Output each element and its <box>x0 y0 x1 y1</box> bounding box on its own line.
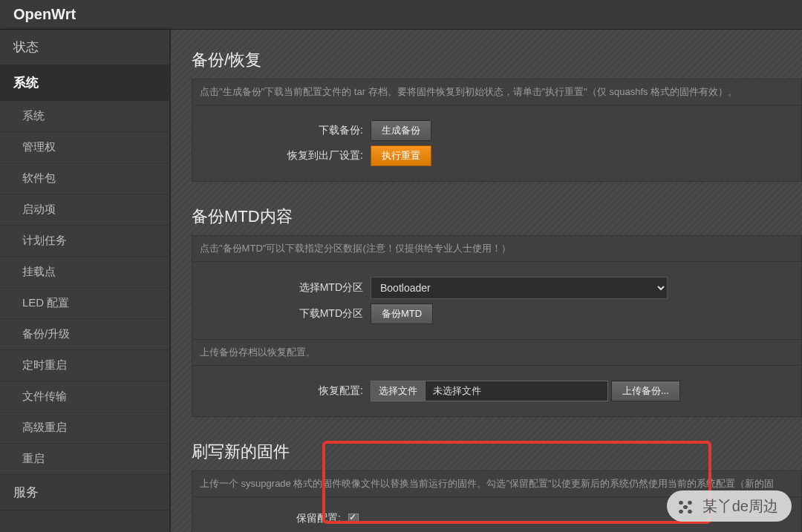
factory-reset-button[interactable]: 执行重置 <box>371 145 431 166</box>
nav-item-leds[interactable]: LED 配置 <box>0 288 169 319</box>
backup-mtd-button[interactable]: 备份MTD <box>371 303 433 324</box>
watermark-badge: 某丫de周边 <box>667 490 792 522</box>
mtd-select-label: 选择MTD分区 <box>200 281 371 295</box>
nav-item-filetrans[interactable]: 文件传输 <box>0 381 169 413</box>
generate-backup-button[interactable]: 生成备份 <box>371 120 431 141</box>
section-mtd-title: 备份MTD内容 <box>192 200 802 235</box>
backup-reset-label: 恢复到出厂设置: <box>200 149 371 162</box>
nav-item-mounts[interactable]: 挂载点 <box>0 257 169 288</box>
nav-item-cron[interactable]: 计划任务 <box>0 226 169 257</box>
restore-file-name: 未选择文件 <box>426 381 607 401</box>
nav-cat-status[interactable]: 状态 <box>0 30 169 65</box>
section-backup-desc: 点击"生成备份"下载当前配置文件的 tar 存档。要将固件恢复到初始状态，请单击… <box>192 79 802 105</box>
section-mtd: 备份MTD内容 点击"备份MTD"可以下载指定分区数据(注意！仅提供给专业人士使… <box>192 200 802 417</box>
section-flash-title: 刷写新的固件 <box>192 435 802 470</box>
wechat-icon <box>674 495 697 517</box>
section-backup-title: 备份/恢复 <box>192 43 802 79</box>
topbar: OpenWrt <box>0 0 802 30</box>
backup-download-label: 下载备份: <box>200 124 371 137</box>
brand-title: OpenWrt <box>13 6 76 23</box>
nav-item-flashops[interactable]: 备份/升级 <box>0 319 169 350</box>
nav-item-system[interactable]: 系统 <box>0 101 169 132</box>
nav-item-software[interactable]: 软件包 <box>0 163 169 194</box>
nav-item-admin[interactable]: 管理权 <box>0 132 169 163</box>
nav-item-reboot[interactable]: 重启 <box>0 444 169 475</box>
nav-item-startup[interactable]: 启动项 <box>0 194 169 226</box>
nav-cat-services[interactable]: 服务 <box>0 475 169 510</box>
mtd-download-label: 下载MTD分区 <box>200 307 371 321</box>
nav-item-advreboot[interactable]: 高级重启 <box>0 413 169 444</box>
nav-cat-system[interactable]: 系统 <box>0 65 169 101</box>
section-backup: 备份/恢复 点击"生成备份"下载当前配置文件的 tar 存档。要将固件恢复到初始… <box>192 43 802 182</box>
section-mtd-restore-desc: 上传备份存档以恢复配置。 <box>192 339 802 365</box>
upload-backup-button[interactable]: 上传备份... <box>611 381 680 401</box>
mtd-partition-select[interactable]: Bootloader <box>371 277 668 299</box>
flash-keep-label: 保留配置: <box>200 512 348 525</box>
watermark-text: 某丫de周边 <box>702 496 778 516</box>
restore-file-picker[interactable]: 选择文件 未选择文件 <box>371 381 608 401</box>
keep-settings-checkbox[interactable] <box>348 513 359 524</box>
content: 备份/恢复 点击"生成备份"下载当前配置文件的 tar 存档。要将固件恢复到初始… <box>171 30 802 532</box>
mtd-restore-label: 恢复配置: <box>200 384 371 398</box>
sidebar: 状态 系统 系统 管理权 软件包 启动项 计划任务 挂载点 LED 配置 备份/… <box>0 30 171 532</box>
nav-item-schedreboot[interactable]: 定时重启 <box>0 350 169 381</box>
restore-choose-file-button[interactable]: 选择文件 <box>371 381 426 401</box>
section-mtd-desc: 点击"备份MTD"可以下载指定分区数据(注意！仅提供给专业人士使用！） <box>192 235 802 261</box>
